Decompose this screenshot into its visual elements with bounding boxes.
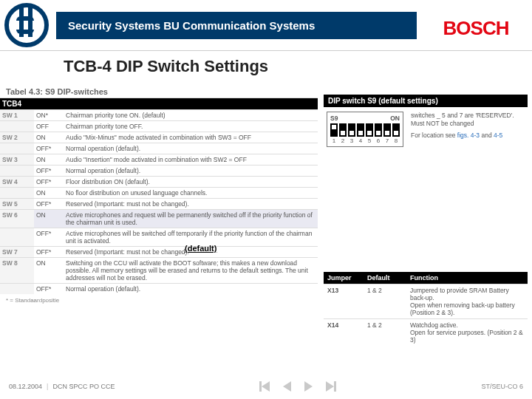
switch-id: SW 8 bbox=[0, 258, 34, 284]
jumper-default: 1 & 2 bbox=[364, 284, 406, 319]
switch-id bbox=[0, 228, 34, 247]
switch-id bbox=[0, 166, 34, 177]
switch-state: ON bbox=[34, 210, 64, 228]
dip-switch-1 bbox=[330, 123, 338, 137]
nav-last-icon[interactable] bbox=[326, 381, 336, 392]
footer-slide-id: ST/SEU-CO 6 bbox=[481, 383, 523, 390]
bosch-logo-icon bbox=[4, 3, 49, 47]
nav-first-icon[interactable] bbox=[259, 381, 270, 392]
switch-state: OFF* bbox=[34, 166, 64, 177]
table-row: SW 4OFF*Floor distribution ON (default). bbox=[0, 177, 318, 188]
dip-note-line: switches _ 5 and 7 are 'RESERVED'. bbox=[411, 112, 514, 120]
dip-number-label: 1 bbox=[330, 137, 338, 144]
switch-id: SW 5 bbox=[0, 199, 34, 210]
dip-switch-6 bbox=[375, 123, 382, 137]
switch-id: SW 3 bbox=[0, 154, 34, 166]
default-overlay-label: (default) bbox=[185, 244, 216, 253]
table-row: OFF*Normal operation (default). bbox=[0, 143, 318, 154]
dip-number-label: 3 bbox=[348, 137, 355, 144]
jumper-name: X13 bbox=[324, 284, 364, 319]
nav-next-icon[interactable] bbox=[304, 381, 313, 392]
dip-panel-header: DIP switch S9 (default settings) bbox=[324, 95, 528, 107]
header-title: Security Systems BU Communication System… bbox=[56, 12, 417, 39]
jumper-function: Watchdog active.Open for service purpose… bbox=[406, 319, 528, 347]
dip-number-label: 8 bbox=[392, 137, 400, 144]
dip-switch-4 bbox=[357, 123, 364, 137]
dip-switch-table: TCB4 SW 1ON*Chairman priority tone ON. (… bbox=[0, 98, 318, 294]
dip-number-label: 6 bbox=[375, 137, 382, 144]
switch-desc: Audio "Mix-Minus" mode activated in comb… bbox=[64, 132, 318, 143]
table-row: OFFChairman priority tone OFF. bbox=[0, 121, 318, 132]
switch-state: ON bbox=[34, 188, 64, 199]
switch-id: SW 2 bbox=[0, 132, 34, 143]
nav-controls bbox=[259, 381, 336, 392]
switch-state: ON bbox=[34, 132, 64, 143]
switch-desc: Audio "Insertion" mode activated in comb… bbox=[64, 154, 318, 166]
dip-switch-diagram: S9 ON 12345678 bbox=[327, 112, 403, 147]
switch-id: SW 4 bbox=[0, 177, 34, 188]
switch-id: SW 7 bbox=[0, 247, 34, 258]
switch-desc: Active microphones and request will be p… bbox=[64, 210, 318, 228]
switch-desc: Normal operation (default). bbox=[64, 143, 318, 154]
table-row: SW 3ONAudio "Insertion" mode activated i… bbox=[0, 154, 318, 166]
dip-switch-panel: DIP switch S9 (default settings) S9 ON 1… bbox=[324, 95, 528, 151]
dip-note-line: Must NOT be changed bbox=[411, 120, 514, 128]
switch-state: OFF* bbox=[34, 177, 64, 188]
switch-desc: Normal operation (default). bbox=[64, 166, 318, 177]
table-row: OFF*Active microphones will be switched … bbox=[0, 228, 318, 247]
jumper-function: Jumpered to provide SRAM Battery back-up… bbox=[406, 284, 528, 319]
switch-desc: Switching on the CCU will activate the B… bbox=[64, 258, 318, 284]
table-row: OFF*Normal operation (default). bbox=[0, 284, 318, 295]
table-row: SW 1ON*Chairman priority tone ON. (defau… bbox=[0, 110, 318, 121]
switch-id bbox=[0, 284, 34, 295]
dip-name: S9 bbox=[330, 115, 338, 122]
table-row: ONNo floor distribution on unused langua… bbox=[0, 188, 318, 199]
dip-number-label: 2 bbox=[339, 137, 347, 144]
jumper-th-default: Default bbox=[364, 272, 406, 284]
dip-switch-5 bbox=[366, 123, 373, 137]
table-row: SW 8ONSwitching on the CCU will activate… bbox=[0, 258, 318, 284]
switch-id bbox=[0, 188, 34, 199]
footer-date: 08.12.2004 bbox=[9, 383, 42, 390]
dip-number-label: 7 bbox=[383, 137, 391, 144]
switch-state: ON bbox=[34, 154, 64, 166]
dip-number-label: 4 bbox=[357, 137, 364, 144]
switch-desc: Reserved (Important: must not be changed… bbox=[64, 199, 318, 210]
switch-state: OFF* bbox=[34, 143, 64, 154]
jumper-name: X14 bbox=[324, 319, 364, 347]
footer-bar: 08.12.2004 | DCN SPCC PO CCE ST/SEU-CO 6 bbox=[0, 381, 532, 392]
dip-switch-2 bbox=[339, 123, 347, 137]
dip-on-label: ON bbox=[390, 115, 400, 122]
jumper-table-wrap: Jumper Default Function X131 & 2Jumpered… bbox=[324, 272, 528, 346]
dip-panel-note: switches _ 5 and 7 are 'RESERVED'. Must … bbox=[411, 112, 514, 140]
switch-desc: Floor distribution ON (default). bbox=[64, 177, 318, 188]
jumper-th-jumper: Jumper bbox=[324, 272, 364, 284]
table-row: SW 2ONAudio "Mix-Minus" mode activated i… bbox=[0, 132, 318, 143]
dip-switch-7 bbox=[383, 123, 391, 137]
table-row: OFF*Normal operation (default). bbox=[0, 166, 318, 177]
figure-link[interactable]: figs. 4-3 bbox=[457, 132, 480, 139]
switch-id: SW 1 bbox=[0, 110, 34, 121]
switch-id bbox=[0, 143, 34, 154]
switch-desc: Normal operation (default). bbox=[64, 284, 318, 295]
switch-desc: Chairman priority tone ON. (default) bbox=[64, 110, 318, 121]
switch-desc: Chairman priority tone OFF. bbox=[64, 121, 318, 132]
switch-id bbox=[0, 121, 34, 132]
jumper-table: Jumper Default Function X131 & 2Jumpered… bbox=[324, 272, 528, 346]
page-title: TCB-4 DIP Switch Settings bbox=[64, 57, 532, 76]
dip-note-line: For location see bbox=[411, 132, 455, 139]
jumper-default: 1 & 2 bbox=[364, 319, 406, 347]
dip-number-label: 5 bbox=[366, 137, 373, 144]
switch-state: ON* bbox=[34, 110, 64, 121]
jumper-th-function: Function bbox=[406, 272, 528, 284]
board-label: TCB4 bbox=[0, 98, 318, 110]
table-row: SW 5OFF*Reserved (Important: must not be… bbox=[0, 199, 318, 210]
switch-state: OFF* bbox=[34, 284, 64, 295]
figure-link[interactable]: 4-5 bbox=[494, 132, 502, 139]
nav-prev-icon[interactable] bbox=[283, 381, 291, 392]
switch-desc: No floor distribution on unused language… bbox=[64, 188, 318, 199]
footer-doc: DCN SPCC PO CCE bbox=[52, 383, 115, 390]
switch-state: ON bbox=[34, 258, 64, 284]
switch-state: OFF bbox=[34, 121, 64, 132]
table-row: SW 7OFF*Reserved (Important: must not be… bbox=[0, 247, 318, 258]
